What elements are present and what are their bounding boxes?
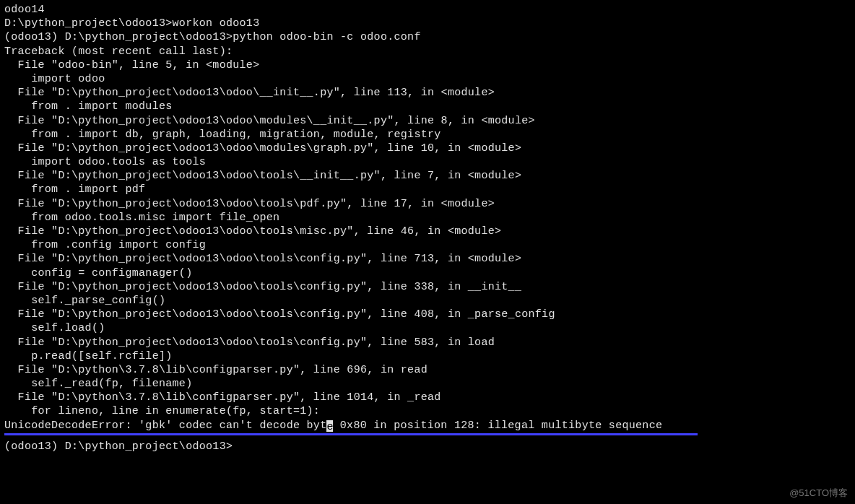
terminal-line: p.read([self.rcfile]) <box>4 349 851 363</box>
terminal-line: File "D:\python_project\odoo13\odoo\tool… <box>4 280 851 294</box>
terminal-line: File "odoo-bin", line 5, in <module> <box>4 58 851 72</box>
terminal-line: D:\python_project\odoo13>workon odoo13 <box>4 17 851 30</box>
terminal-line: File "D:\python_project\odoo13\odoo\tool… <box>4 308 851 321</box>
terminal-line: import odoo.tools as tools <box>4 155 851 169</box>
terminal-line: for lineno, line in enumerate(fp, start=… <box>4 404 851 418</box>
terminal-line: File "D:\python\3.7.8\lib\configparser.p… <box>4 363 851 377</box>
terminal-line: File "D:\python_project\odoo13\odoo\tool… <box>4 252 851 266</box>
terminal-line: import odoo <box>4 72 851 86</box>
terminal-line: File "D:\python_project\odoo13\odoo\tool… <box>4 197 851 211</box>
terminal-line: File "D:\python_project\odoo13\odoo\tool… <box>4 336 851 349</box>
terminal-line: from . import modules <box>4 100 851 113</box>
terminal-line: from . import db, graph, loading, migrat… <box>4 128 851 142</box>
prompt-line[interactable]: (odoo13) D:\python_project\odoo13> <box>4 440 851 453</box>
terminal-line: self.load() <box>4 321 851 335</box>
terminal-line: File "D:\python_project\odoo13\odoo\modu… <box>4 114 851 128</box>
terminal-line: self._parse_config() <box>4 294 851 308</box>
terminal-line: self._read(fp, filename) <box>4 377 851 391</box>
terminal-line: Traceback (most recent call last): <box>4 45 851 58</box>
terminal-title: odoo14 <box>4 3 851 17</box>
terminal-line: File "D:\python_project\odoo13\odoo\__in… <box>4 86 851 100</box>
error-text-after: 0x80 in position 128: illegal multibyte … <box>333 420 662 432</box>
terminal-line: File "D:\python_project\odoo13\odoo\tool… <box>4 169 851 183</box>
underline-annotation <box>4 433 698 435</box>
terminal-line: File "D:\python\3.7.8\lib\configparser.p… <box>4 391 851 404</box>
terminal-line: from . import pdf <box>4 183 851 196</box>
terminal-line: config = configmanager() <box>4 266 851 280</box>
terminal-line: File "D:\python_project\odoo13\odoo\tool… <box>4 225 851 238</box>
terminal-line: from .config import config <box>4 238 851 252</box>
terminal-line: from odoo.tools.misc import file_open <box>4 211 851 225</box>
watermark: @51CTO博客 <box>789 487 848 500</box>
error-text-before: UnicodeDecodeError: 'gbk' codec can't de… <box>4 420 326 432</box>
terminal-line: (odoo13) D:\python_project\odoo13>python… <box>4 30 851 44</box>
terminal-line: File "D:\python_project\odoo13\odoo\modu… <box>4 142 851 155</box>
error-line: UnicodeDecodeError: 'gbk' codec can't de… <box>4 419 851 433</box>
